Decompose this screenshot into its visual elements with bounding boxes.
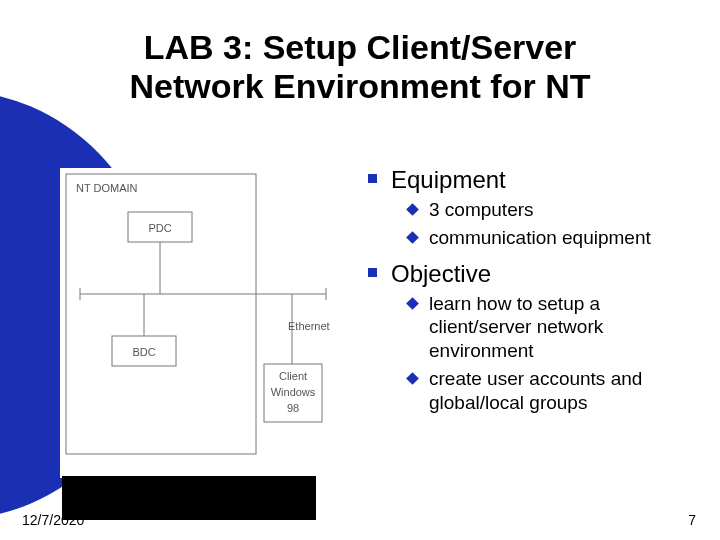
network-diagram: NT DOMAIN PDC BDC Ethernet Client Window… (60, 168, 340, 478)
item-text: communication equipment (429, 226, 651, 250)
diagram-svg: NT DOMAIN PDC BDC Ethernet Client Window… (60, 168, 340, 478)
item-text: 3 computers (429, 198, 534, 222)
nt-domain-label: NT DOMAIN (76, 182, 138, 194)
list-item: learn how to setup a client/server netwo… (408, 292, 698, 363)
list-item: communication equipment (408, 226, 698, 250)
bullet-region: Equipment 3 computers communication equi… (368, 166, 698, 424)
section-heading-equipment: Equipment (368, 166, 698, 194)
objective-items: learn how to setup a client/server netwo… (408, 292, 698, 415)
bdc-label: BDC (132, 346, 155, 358)
diamond-bullet-icon (406, 231, 419, 244)
title-line-1: LAB 3: Setup Client/Server (144, 28, 577, 66)
footer-page-number: 7 (688, 512, 696, 528)
diamond-bullet-icon (406, 297, 419, 310)
diamond-bullet-icon (406, 203, 419, 216)
slide-title: LAB 3: Setup Client/Server Network Envir… (0, 28, 720, 106)
list-item: 3 computers (408, 198, 698, 222)
client-label-1: Client (279, 370, 307, 382)
client-label-3: 98 (287, 402, 299, 414)
dark-strip-overlay (62, 476, 316, 520)
heading-text: Objective (391, 260, 491, 288)
slide-body: LAB 3: Setup Client/Server Network Envir… (0, 0, 720, 540)
square-bullet-icon (368, 174, 377, 183)
diamond-bullet-icon (406, 372, 419, 385)
client-label-2: Windows (271, 386, 316, 398)
ethernet-label: Ethernet (288, 320, 330, 332)
heading-text: Equipment (391, 166, 506, 194)
equipment-items: 3 computers communication equipment (408, 198, 698, 250)
item-text: learn how to setup a client/server netwo… (429, 292, 698, 363)
title-line-2: Network Environment for NT (130, 67, 591, 105)
list-item: create user accounts and global/local gr… (408, 367, 698, 415)
square-bullet-icon (368, 268, 377, 277)
pdc-label: PDC (148, 222, 171, 234)
section-heading-objective: Objective (368, 260, 698, 288)
item-text: create user accounts and global/local gr… (429, 367, 698, 415)
nt-domain-box (66, 174, 256, 454)
